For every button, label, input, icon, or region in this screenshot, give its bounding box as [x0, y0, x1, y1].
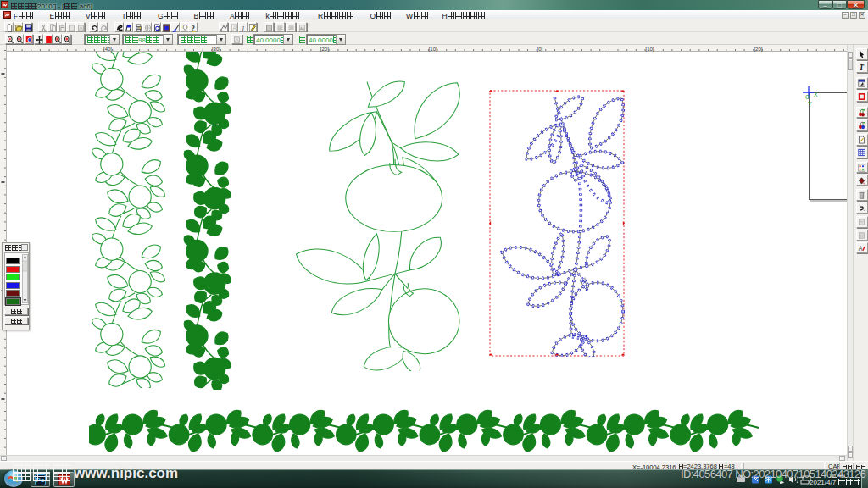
- svg-text:A: A: [233, 24, 237, 31]
- svg-text:[10]: [10]: [646, 47, 654, 52]
- svg-text:I: I: [242, 25, 245, 32]
- svg-text:[0]: [0]: [537, 47, 543, 52]
- svg-text:Y: Y: [808, 101, 812, 107]
- svg-text:[20]: [20]: [754, 47, 762, 52]
- svg-text:A: A: [858, 244, 862, 252]
- svg-text:[10]: [10]: [429, 47, 437, 52]
- svg-text:[20]: [20]: [320, 47, 329, 52]
- svg-text:[30]: [30]: [212, 47, 220, 52]
- svg-text:O: O: [805, 94, 810, 100]
- svg-text:T: T: [859, 63, 864, 71]
- svg-text:X: X: [814, 92, 818, 97]
- svg-text:[40]: [40]: [103, 47, 112, 52]
